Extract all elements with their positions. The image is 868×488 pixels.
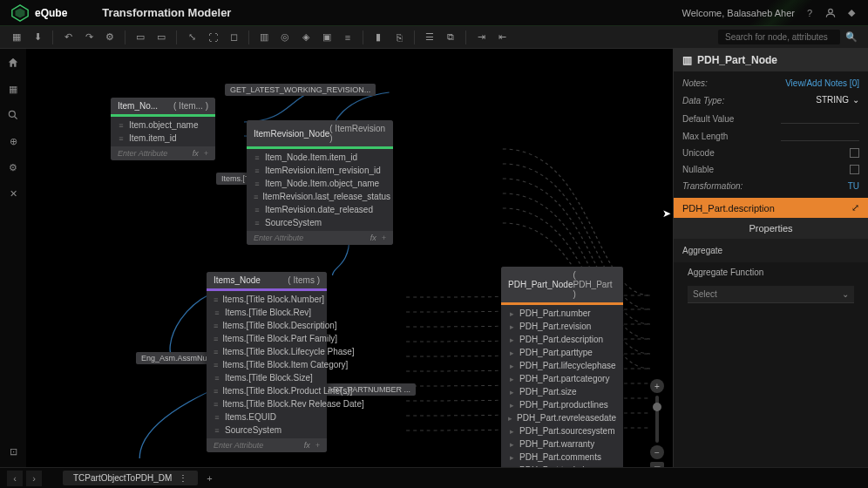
- node-filter[interactable]: Enter Attributefx+: [207, 438, 327, 452]
- save-icon[interactable]: ⬇: [28, 29, 47, 46]
- add-icon[interactable]: ⊕: [6, 134, 20, 148]
- apps-icon[interactable]: ▦: [6, 82, 20, 96]
- node-row[interactable]: ≡Item.item_id: [111, 132, 215, 145]
- default-input[interactable]: [781, 113, 859, 124]
- nullable-checkbox[interactable]: [850, 165, 859, 174]
- note-icon[interactable]: ▮: [369, 29, 388, 46]
- node-row[interactable]: ≡ItemRevision.last_release_status: [247, 190, 393, 203]
- node-row[interactable]: ▸PDH_Part.lifecyclephase: [501, 359, 623, 372]
- expand-icon[interactable]: ⤢: [851, 202, 859, 214]
- search-icon[interactable]: 🔍: [842, 29, 861, 46]
- zoom-in-button[interactable]: +: [650, 379, 664, 393]
- notes-label: Notes:: [682, 78, 708, 88]
- app-title: Transformation Modeler: [102, 6, 231, 19]
- unicode-checkbox[interactable]: [850, 148, 859, 158]
- node-row[interactable]: ≡Items.[Title Block.Number]: [207, 293, 327, 306]
- layers-icon[interactable]: ⧉: [441, 29, 460, 46]
- crop-icon[interactable]: ◻: [224, 29, 243, 46]
- node-item[interactable]: Item_No...( Item... ) ≡Item.object_name …: [111, 98, 215, 160]
- node-row[interactable]: ▸PDH_Part.description: [501, 333, 623, 346]
- expand-icon[interactable]: ⛶: [203, 29, 222, 46]
- zoom-out-button[interactable]: −: [650, 445, 664, 459]
- node-row[interactable]: ≡SourceSystem: [247, 216, 393, 229]
- node-row[interactable]: ▸PDH_Part.parttype: [501, 346, 623, 359]
- node-row[interactable]: ≡Item_Node.Item.object_name: [247, 177, 393, 190]
- node-row[interactable]: ≡Items.[Title Block.Part Family]: [207, 332, 327, 345]
- card1-icon[interactable]: ▭: [131, 29, 150, 46]
- node-row[interactable]: ≡Items.[Title Block.Item Category]: [207, 358, 327, 371]
- align3-icon[interactable]: ◈: [296, 29, 315, 46]
- cursor-icon: ➤: [662, 207, 671, 220]
- undo-icon[interactable]: ↶: [58, 29, 78, 46]
- selected-attribute[interactable]: PDH_Part.description ⤢: [674, 198, 868, 218]
- settings-icon[interactable]: ⚙: [6, 160, 20, 174]
- node-row[interactable]: ▸PDH_Part.comments: [501, 451, 623, 464]
- new-icon[interactable]: ▦: [7, 29, 26, 46]
- align2-icon[interactable]: ◎: [275, 29, 295, 46]
- home-icon[interactable]: [6, 56, 20, 70]
- align5-icon[interactable]: ≡: [338, 29, 357, 46]
- maxlen-input[interactable]: [781, 131, 859, 141]
- node-pdh[interactable]: PDH_Part_Node( PDH_Part ) ▸PDH_Part.numb…: [501, 267, 623, 467]
- node-row[interactable]: ▸PDH_Part.sourcesystem: [501, 424, 623, 437]
- redo-icon[interactable]: ↷: [79, 29, 98, 46]
- node-row[interactable]: ▸PDH_Part.revision: [501, 320, 623, 333]
- card2-icon[interactable]: ▭: [152, 29, 171, 46]
- node-row[interactable]: ≡Items.EQUID: [207, 410, 327, 424]
- node-item-name: Item_No...: [118, 101, 158, 111]
- node-row[interactable]: ≡Items.[Title Block.Lifecycle Phase]: [207, 345, 327, 358]
- import-icon[interactable]: ⇥: [471, 29, 491, 46]
- node-row[interactable]: ▸PDH_Part.productlines: [501, 398, 623, 411]
- zoom-slider[interactable]: [655, 396, 659, 443]
- export-icon[interactable]: ⇤: [492, 29, 512, 46]
- properties-section[interactable]: Properties: [674, 218, 868, 239]
- transform-link[interactable]: TU: [848, 181, 859, 191]
- node-row[interactable]: ≡Item_Node.Item.item_id: [247, 151, 393, 164]
- node-pdh-name: PDH_Part_Node: [508, 280, 573, 289]
- gear-icon[interactable]: ⚙: [100, 29, 119, 46]
- node-row[interactable]: ▸PDH_Part.size: [501, 385, 623, 398]
- maxlen-label: Max Length: [682, 132, 728, 141]
- copy-icon[interactable]: ⎘: [390, 29, 409, 46]
- node-row[interactable]: ▸PDH_Part.partcategory: [501, 372, 623, 385]
- node-row[interactable]: ▸PDH_Part.number: [501, 307, 623, 320]
- align1-icon[interactable]: ▥: [254, 29, 274, 46]
- svg-point-3: [9, 111, 15, 117]
- footer-tab[interactable]: TCPartObjectToPDH_DM ⋮: [63, 471, 198, 485]
- node-row[interactable]: ≡Items.[Title Block.Size]: [207, 371, 327, 384]
- node-row[interactable]: ≡Items.[Title Block.Description]: [207, 319, 327, 332]
- node-filter[interactable]: Enter Attributefx+: [111, 146, 215, 160]
- stack-icon[interactable]: ☰: [420, 29, 439, 46]
- search-rail-icon[interactable]: [6, 108, 20, 122]
- notes-link[interactable]: View/Add Notes [0]: [785, 78, 859, 88]
- aggregate-select[interactable]: Select ⌄: [688, 286, 854, 303]
- add-tab-button[interactable]: +: [207, 473, 212, 484]
- node-row[interactable]: ▸PDH_Part.warranty: [501, 437, 623, 451]
- more-icon[interactable]: ⊡: [6, 444, 20, 458]
- node-filter[interactable]: Enter Attributefx+: [247, 231, 393, 245]
- node-row[interactable]: ≡Item.object_name: [111, 119, 215, 132]
- node-row[interactable]: ≡Items.[Title Block.Product Line(s)]: [207, 384, 327, 397]
- node-itemrev[interactable]: ItemRevision_Node( ItemRevision ) ≡Item_…: [247, 120, 393, 245]
- node-row[interactable]: ≡ItemRevision.date_released: [247, 203, 393, 216]
- user-icon[interactable]: [824, 7, 837, 19]
- node-row[interactable]: ≡ItemRevision.item_revision_id: [247, 164, 393, 177]
- node-row[interactable]: ≡Items.[Title Block.Rev Release Date]: [207, 397, 327, 410]
- datatype-select[interactable]: STRING ⌄: [816, 95, 859, 106]
- tab-menu-icon[interactable]: ⋮: [179, 473, 187, 483]
- align4-icon[interactable]: ▣: [317, 29, 336, 46]
- node-row[interactable]: ▸PDH_Part.revreleasedate: [501, 411, 623, 424]
- left-rail: ▦ ⊕ ⚙ ✕ ⊡: [0, 49, 26, 467]
- tools-icon[interactable]: ✕: [6, 186, 20, 200]
- diamond-icon[interactable]: ◆: [845, 7, 858, 19]
- compress-icon[interactable]: ⤡: [182, 29, 201, 46]
- nullable-label: Nullable: [682, 165, 714, 174]
- next-page-button[interactable]: ›: [26, 471, 42, 486]
- node-itemrev-type: ( ItemRevision ): [329, 124, 386, 143]
- node-row[interactable]: ≡Items.[Title Block.Rev]: [207, 306, 327, 319]
- help-icon[interactable]: ?: [804, 7, 816, 19]
- search-input[interactable]: [718, 30, 840, 44]
- prev-page-button[interactable]: ‹: [7, 471, 23, 486]
- node-items[interactable]: Items_Node( Items ) ≡Items.[Title Block.…: [207, 272, 327, 452]
- node-row[interactable]: ≡SourceSystem: [207, 424, 327, 437]
